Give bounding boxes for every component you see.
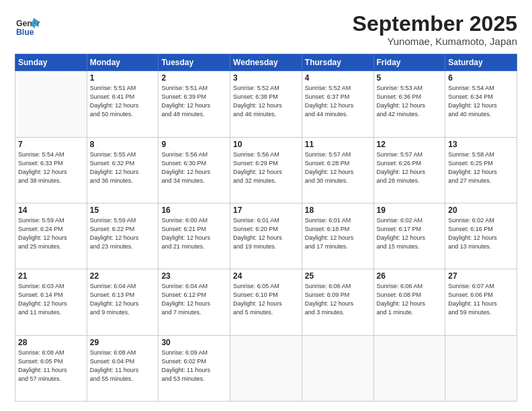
day-number: 4 (305, 73, 371, 83)
calendar-cell: 7Sunrise: 5:54 AM Sunset: 6:33 PM Daylig… (15, 137, 87, 203)
calendar-cell: 21Sunrise: 6:03 AM Sunset: 6:14 PM Dayli… (15, 269, 87, 335)
page-title: September 2025 (353, 12, 517, 36)
day-info: Sunrise: 5:56 AM Sunset: 6:29 PM Dayligh… (233, 150, 299, 185)
calendar-cell: 22Sunrise: 6:04 AM Sunset: 6:13 PM Dayli… (87, 269, 159, 335)
day-info: Sunrise: 6:04 AM Sunset: 6:13 PM Dayligh… (90, 282, 156, 317)
week-row: 21Sunrise: 6:03 AM Sunset: 6:14 PM Dayli… (15, 269, 517, 335)
day-info: Sunrise: 6:04 AM Sunset: 6:12 PM Dayligh… (161, 282, 227, 317)
day-info: Sunrise: 5:51 AM Sunset: 6:41 PM Dayligh… (90, 84, 156, 119)
day-number: 27 (448, 271, 514, 281)
calendar-cell: 9Sunrise: 5:56 AM Sunset: 6:30 PM Daylig… (159, 137, 230, 203)
day-info: Sunrise: 5:57 AM Sunset: 6:28 PM Dayligh… (305, 150, 371, 185)
day-number: 24 (233, 271, 299, 281)
day-number: 10 (233, 140, 299, 149)
day-number: 6 (448, 73, 514, 83)
calendar-cell: 30Sunrise: 6:09 AM Sunset: 6:02 PM Dayli… (159, 335, 230, 401)
day-number: 16 (161, 205, 227, 215)
day-number: 9 (161, 140, 227, 149)
day-number: 3 (233, 73, 299, 83)
calendar-cell: 24Sunrise: 6:05 AM Sunset: 6:10 PM Dayli… (230, 269, 302, 335)
day-number: 14 (18, 205, 84, 215)
day-number: 19 (377, 205, 443, 215)
week-row: 28Sunrise: 6:08 AM Sunset: 6:05 PM Dayli… (15, 335, 517, 401)
day-info: Sunrise: 6:03 AM Sunset: 6:14 PM Dayligh… (18, 282, 84, 317)
day-info: Sunrise: 5:57 AM Sunset: 6:26 PM Dayligh… (377, 150, 443, 185)
calendar-cell: 10Sunrise: 5:56 AM Sunset: 6:29 PM Dayli… (230, 137, 302, 203)
day-info: Sunrise: 6:02 AM Sunset: 6:17 PM Dayligh… (377, 216, 443, 251)
svg-text:Blue: Blue (16, 28, 34, 37)
calendar-cell: 13Sunrise: 5:58 AM Sunset: 6:25 PM Dayli… (445, 137, 517, 203)
day-info: Sunrise: 6:01 AM Sunset: 6:20 PM Dayligh… (233, 216, 299, 251)
calendar-cell: 17Sunrise: 6:01 AM Sunset: 6:20 PM Dayli… (230, 203, 302, 269)
weekday-header: Friday (373, 54, 445, 71)
day-number: 20 (448, 205, 514, 215)
day-number: 11 (305, 140, 371, 149)
day-number: 30 (161, 338, 227, 347)
day-info: Sunrise: 6:07 AM Sunset: 6:06 PM Dayligh… (448, 282, 514, 317)
calendar-cell: 11Sunrise: 5:57 AM Sunset: 6:28 PM Dayli… (302, 137, 373, 203)
day-info: Sunrise: 5:54 AM Sunset: 6:34 PM Dayligh… (448, 84, 514, 119)
day-info: Sunrise: 5:59 AM Sunset: 6:22 PM Dayligh… (90, 216, 156, 251)
day-info: Sunrise: 5:58 AM Sunset: 6:25 PM Dayligh… (448, 150, 514, 185)
header: General Blue September 2025 Yunomae, Kum… (15, 12, 517, 47)
weekday-header: Wednesday (230, 54, 302, 71)
day-info: Sunrise: 5:54 AM Sunset: 6:33 PM Dayligh… (18, 150, 84, 185)
weekday-header: Saturday (445, 54, 517, 71)
calendar-cell (373, 335, 445, 401)
day-number: 28 (18, 338, 84, 347)
day-number: 23 (161, 271, 227, 281)
day-info: Sunrise: 6:06 AM Sunset: 6:08 PM Dayligh… (377, 282, 443, 317)
week-row: 14Sunrise: 5:59 AM Sunset: 6:24 PM Dayli… (15, 203, 517, 269)
day-info: Sunrise: 5:59 AM Sunset: 6:24 PM Dayligh… (18, 216, 84, 251)
weekday-header: Thursday (302, 54, 373, 71)
calendar-cell: 5Sunrise: 5:53 AM Sunset: 6:36 PM Daylig… (373, 71, 445, 137)
calendar-cell (302, 335, 373, 401)
day-info: Sunrise: 6:01 AM Sunset: 6:18 PM Dayligh… (305, 216, 371, 251)
calendar-cell: 15Sunrise: 5:59 AM Sunset: 6:22 PM Dayli… (87, 203, 159, 269)
weekday-header: Tuesday (159, 54, 230, 71)
weekday-header: Monday (87, 54, 159, 71)
calendar-cell: 20Sunrise: 6:02 AM Sunset: 6:16 PM Dayli… (445, 203, 517, 269)
weekday-header: Sunday (15, 54, 87, 71)
calendar-cell: 23Sunrise: 6:04 AM Sunset: 6:12 PM Dayli… (159, 269, 230, 335)
calendar-cell (230, 335, 302, 401)
day-number: 26 (377, 271, 443, 281)
day-info: Sunrise: 5:53 AM Sunset: 6:36 PM Dayligh… (377, 84, 443, 119)
calendar-cell: 26Sunrise: 6:06 AM Sunset: 6:08 PM Dayli… (373, 269, 445, 335)
calendar-cell: 8Sunrise: 5:55 AM Sunset: 6:32 PM Daylig… (87, 137, 159, 203)
calendar-cell: 29Sunrise: 6:08 AM Sunset: 6:04 PM Dayli… (87, 335, 159, 401)
day-info: Sunrise: 6:02 AM Sunset: 6:16 PM Dayligh… (448, 216, 514, 251)
day-info: Sunrise: 6:05 AM Sunset: 6:10 PM Dayligh… (233, 282, 299, 317)
day-info: Sunrise: 5:51 AM Sunset: 6:39 PM Dayligh… (161, 84, 227, 119)
calendar-cell: 14Sunrise: 5:59 AM Sunset: 6:24 PM Dayli… (15, 203, 87, 269)
calendar-cell: 28Sunrise: 6:08 AM Sunset: 6:05 PM Dayli… (15, 335, 87, 401)
day-info: Sunrise: 5:55 AM Sunset: 6:32 PM Dayligh… (90, 150, 156, 185)
day-number: 17 (233, 205, 299, 215)
day-number: 13 (448, 140, 514, 149)
day-info: Sunrise: 6:08 AM Sunset: 6:04 PM Dayligh… (90, 349, 156, 383)
day-info: Sunrise: 5:56 AM Sunset: 6:30 PM Dayligh… (161, 150, 227, 185)
calendar-cell (15, 71, 87, 137)
page-subtitle: Yunomae, Kumamoto, Japan (353, 36, 517, 47)
day-number: 22 (90, 271, 156, 281)
calendar-table: SundayMondayTuesdayWednesdayThursdayFrid… (15, 54, 517, 402)
day-number: 8 (90, 140, 156, 149)
page: General Blue September 2025 Yunomae, Kum… (0, 0, 532, 411)
calendar-cell: 12Sunrise: 5:57 AM Sunset: 6:26 PM Dayli… (373, 137, 445, 203)
day-number: 5 (377, 73, 443, 83)
title-block: September 2025 Yunomae, Kumamoto, Japan (353, 12, 517, 47)
day-number: 12 (377, 140, 443, 149)
calendar-cell: 19Sunrise: 6:02 AM Sunset: 6:17 PM Dayli… (373, 203, 445, 269)
day-number: 15 (90, 205, 156, 215)
calendar-cell: 1Sunrise: 5:51 AM Sunset: 6:41 PM Daylig… (87, 71, 159, 137)
calendar-cell: 6Sunrise: 5:54 AM Sunset: 6:34 PM Daylig… (445, 71, 517, 137)
day-info: Sunrise: 6:08 AM Sunset: 6:05 PM Dayligh… (18, 349, 84, 383)
day-number: 7 (18, 140, 84, 149)
day-info: Sunrise: 5:52 AM Sunset: 6:38 PM Dayligh… (233, 84, 299, 119)
day-number: 25 (305, 271, 371, 281)
calendar-cell: 3Sunrise: 5:52 AM Sunset: 6:38 PM Daylig… (230, 71, 302, 137)
calendar-cell (445, 335, 517, 401)
day-number: 1 (90, 73, 156, 83)
day-number: 18 (305, 205, 371, 215)
calendar-cell: 2Sunrise: 5:51 AM Sunset: 6:39 PM Daylig… (159, 71, 230, 137)
